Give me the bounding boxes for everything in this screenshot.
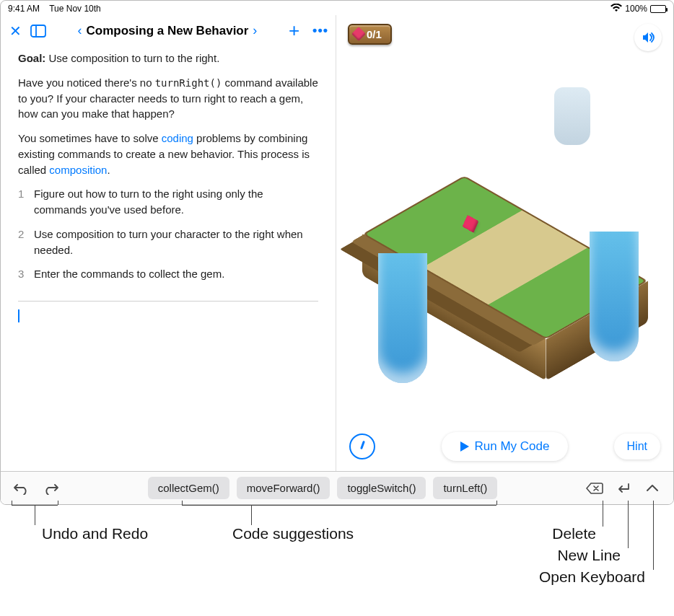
- chevron-up-icon: [646, 484, 659, 493]
- open-keyboard-button[interactable]: [642, 478, 663, 499]
- scene-waterfall: [590, 232, 639, 361]
- editor-nav: ✕ ‹ Composing a New Behavior › + •••: [1, 15, 336, 46]
- gem-counter-value: 0/1: [367, 28, 382, 40]
- goal-label: Goal:: [18, 52, 45, 64]
- inline-code: turnRight(): [155, 77, 222, 89]
- status-date: Tue Nov 10th: [49, 4, 101, 14]
- suggestion-chip[interactable]: collectGem(): [148, 477, 229, 499]
- speaker-icon: [641, 30, 655, 45]
- step-item: Figure out how to turn to the right usin…: [18, 186, 318, 218]
- redo-icon: [43, 482, 58, 495]
- new-line-button[interactable]: [613, 478, 634, 499]
- steps-list: Figure out how to turn to the right usin…: [18, 186, 318, 282]
- live-view-pane: 0/1: [336, 15, 673, 471]
- code-suggestions: collectGem() moveForward() toggleSwitch(…: [148, 477, 498, 499]
- battery-percent: 100%: [625, 4, 647, 14]
- svg-rect-0: [31, 25, 45, 37]
- nav-next-button[interactable]: ›: [253, 23, 257, 38]
- sidebar-toggle-icon[interactable]: [30, 25, 46, 38]
- scene[interactable]: 0/1: [336, 15, 673, 471]
- editor-pane: ✕ ‹ Composing a New Behavior › + ••• Goa…: [1, 15, 336, 471]
- glossary-link-composition[interactable]: composition: [49, 164, 107, 176]
- run-bar: Run My Code Hint: [336, 432, 673, 461]
- sound-toggle-button[interactable]: [634, 24, 662, 51]
- return-icon: [616, 482, 631, 495]
- hint-label: Hint: [627, 440, 647, 452]
- gem-counter-badge: 0/1: [348, 24, 392, 45]
- callout-new-line: New Line: [557, 547, 621, 564]
- suggestion-chip[interactable]: toggleSwitch(): [337, 477, 426, 499]
- annotation-callouts: Undo and Redo Code suggestions Delete Ne…: [0, 505, 674, 616]
- shortcut-bar: collectGem() moveForward() toggleSwitch(…: [1, 471, 673, 504]
- glossary-link-coding[interactable]: coding: [162, 132, 193, 144]
- undo-button[interactable]: [11, 478, 32, 499]
- suggestion-chip[interactable]: turnLeft(): [433, 477, 497, 499]
- more-button[interactable]: •••: [312, 23, 328, 38]
- callout-undo-redo: Undo and Redo: [42, 525, 148, 542]
- callout-open-keyboard: Open Keyboard: [539, 568, 645, 586]
- code-editor[interactable]: [1, 302, 336, 471]
- run-my-code-button[interactable]: Run My Code: [442, 432, 569, 461]
- status-right: 100%: [610, 4, 666, 14]
- scene-waterfall: [378, 253, 427, 383]
- callout-code-suggestions: Code suggestions: [232, 525, 354, 542]
- hint-button[interactable]: Hint: [614, 434, 660, 459]
- lesson-content: Goal: Use composition to turn to the rig…: [1, 46, 336, 298]
- callout-delete: Delete: [552, 525, 596, 542]
- delete-button[interactable]: [584, 478, 605, 499]
- step-item: Use composition to turn your character t…: [18, 226, 318, 258]
- close-button[interactable]: ✕: [9, 22, 22, 40]
- nav-prev-button[interactable]: ‹: [78, 23, 82, 38]
- step-item: Enter the commands to collect the gem.: [18, 266, 318, 282]
- status-left: 9:41 AM Tue Nov 10th: [8, 4, 101, 14]
- add-button[interactable]: +: [289, 19, 299, 42]
- status-time: 9:41 AM: [8, 4, 40, 14]
- delete-icon: [586, 482, 603, 495]
- goal-line: Goal: Use composition to turn to the rig…: [18, 50, 318, 66]
- status-bar: 9:41 AM Tue Nov 10th 100%: [1, 1, 673, 15]
- speed-button[interactable]: [349, 434, 375, 459]
- text-cursor: [18, 309, 19, 322]
- play-icon: [460, 441, 469, 452]
- undo-icon: [14, 482, 30, 495]
- app-window: 9:41 AM Tue Nov 10th 100% ✕ ‹ Composing …: [0, 0, 674, 505]
- page-title: Composing a New Behavior: [87, 24, 249, 38]
- paragraph-2: You sometimes have to solve coding probl…: [18, 131, 318, 177]
- battery-icon: [650, 5, 666, 13]
- wifi-icon: [610, 4, 622, 14]
- suggestion-chip[interactable]: moveForward(): [237, 477, 331, 499]
- paragraph-1: Have you noticed there's no turnRight() …: [18, 75, 318, 122]
- goal-text: Use composition to turn to the right.: [49, 52, 220, 64]
- run-label: Run My Code: [475, 439, 550, 454]
- redo-button[interactable]: [40, 478, 61, 499]
